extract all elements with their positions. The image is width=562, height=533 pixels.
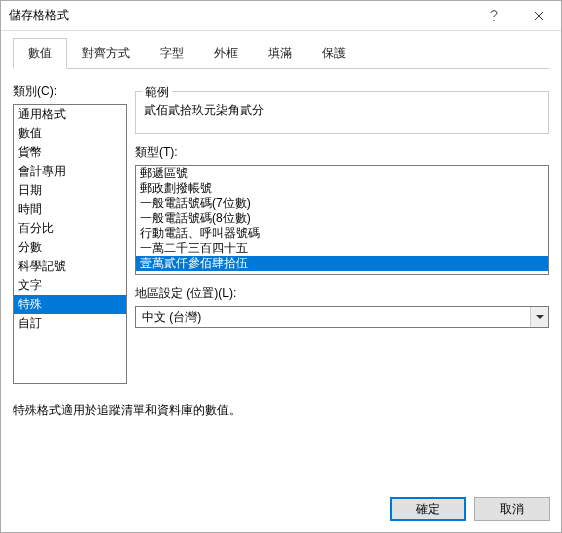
category-item[interactable]: 百分比 <box>14 219 126 238</box>
tab-label: 數值 <box>28 46 52 60</box>
tab-label: 保護 <box>322 46 346 60</box>
category-listbox[interactable]: 通用格式數值貨幣會計專用日期時間百分比分數科學記號文字特殊自訂 <box>13 104 127 384</box>
category-item[interactable]: 貨幣 <box>14 143 126 162</box>
tab-label: 外框 <box>214 46 238 60</box>
type-item[interactable]: 一般電話號碼(8位數) <box>136 211 548 226</box>
type-item[interactable]: 一萬二千三百四十五 <box>136 241 548 256</box>
tab-font[interactable]: 字型 <box>145 38 199 69</box>
category-item[interactable]: 數值 <box>14 124 126 143</box>
dropdown-button[interactable] <box>530 307 548 327</box>
category-item[interactable]: 時間 <box>14 200 126 219</box>
description-text: 特殊格式適用於追蹤清單和資料庫的數值。 <box>13 402 549 419</box>
type-item[interactable]: 郵政劃撥帳號 <box>136 181 548 196</box>
type-listbox[interactable]: 郵遞區號郵政劃撥帳號一般電話號碼(7位數)一般電話號碼(8位數)行動電話、呼叫器… <box>135 165 549 275</box>
locale-select[interactable]: 中文 (台灣) <box>135 306 549 328</box>
category-item[interactable]: 自訂 <box>14 314 126 333</box>
type-item[interactable]: 行動電話、呼叫器號碼 <box>136 226 548 241</box>
category-item[interactable]: 科學記號 <box>14 257 126 276</box>
close-button[interactable] <box>516 1 561 30</box>
category-item[interactable]: 會計專用 <box>14 162 126 181</box>
sample-value: 貳佰貳拾玖元柒角貳分 <box>144 102 540 119</box>
tab-label: 字型 <box>160 46 184 60</box>
cancel-label: 取消 <box>500 501 524 518</box>
tab-fill[interactable]: 填滿 <box>253 38 307 69</box>
category-item[interactable]: 文字 <box>14 276 126 295</box>
locale-label: 地區設定 (位置)(L): <box>135 285 549 302</box>
help-icon <box>489 9 499 23</box>
dialog-footer: 確定 取消 <box>390 497 550 521</box>
ok-label: 確定 <box>416 501 440 518</box>
sample-label: 範例 <box>142 84 172 101</box>
sample-box: 範例 貳佰貳拾玖元柒角貳分 <box>135 91 549 134</box>
type-item[interactable]: 壹萬貳仟參佰肆拾伍 <box>136 256 548 271</box>
category-label: 類別(C): <box>13 83 127 100</box>
category-item[interactable]: 特殊 <box>14 295 126 314</box>
help-button[interactable] <box>471 1 516 30</box>
tab-label: 對齊方式 <box>82 46 130 60</box>
locale-value: 中文 (台灣) <box>136 307 530 327</box>
tab-protection[interactable]: 保護 <box>307 38 361 69</box>
type-item[interactable]: 一般電話號碼(7位數) <box>136 196 548 211</box>
cancel-button[interactable]: 取消 <box>474 497 550 521</box>
tab-number[interactable]: 數值 <box>13 38 67 69</box>
tab-label: 填滿 <box>268 46 292 60</box>
type-item[interactable]: 郵遞區號 <box>136 166 548 181</box>
category-item[interactable]: 日期 <box>14 181 126 200</box>
tab-strip: 數值 對齊方式 字型 外框 填滿 保護 <box>13 37 549 69</box>
close-icon <box>534 11 544 21</box>
type-label: 類型(T): <box>135 144 549 161</box>
category-item[interactable]: 分數 <box>14 238 126 257</box>
titlebar: 儲存格格式 <box>1 1 561 31</box>
category-item[interactable]: 通用格式 <box>14 105 126 124</box>
ok-button[interactable]: 確定 <box>390 497 466 521</box>
chevron-down-icon <box>536 315 544 319</box>
tab-alignment[interactable]: 對齊方式 <box>67 38 145 69</box>
tab-border[interactable]: 外框 <box>199 38 253 69</box>
window-title: 儲存格格式 <box>9 7 471 24</box>
dialog-content: 數值 對齊方式 字型 外框 填滿 保護 類別(C): 通用格式數值貨幣會計專用日… <box>1 31 561 431</box>
